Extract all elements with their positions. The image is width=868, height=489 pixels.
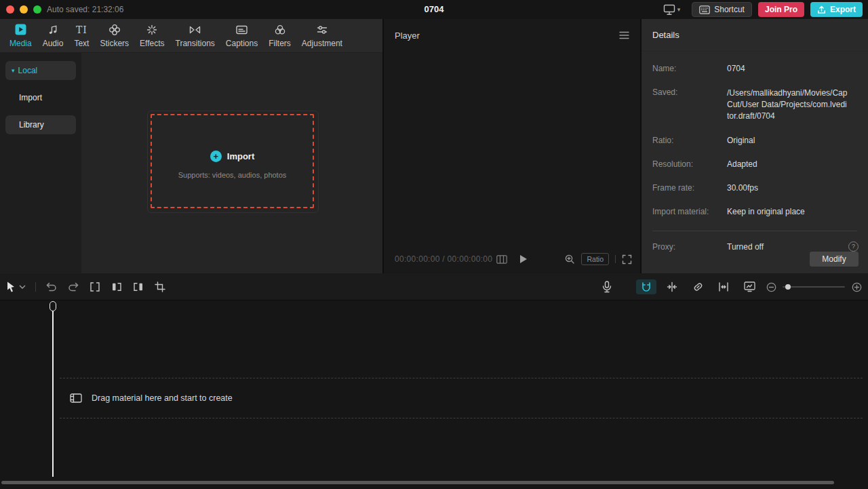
tab-audio-label: Audio — [43, 39, 64, 48]
divider — [35, 282, 36, 292]
slider-knob[interactable] — [785, 284, 791, 290]
delete-right-button[interactable] — [132, 273, 144, 300]
frame-preview-button[interactable] — [496, 255, 507, 264]
export-icon — [817, 5, 826, 14]
display-mode-button[interactable]: ▾ — [663, 4, 681, 16]
tab-captions[interactable]: Captions — [220, 19, 263, 53]
timeline-drop-zone[interactable]: Drag material here and start to create — [60, 378, 863, 418]
tab-media-label: Media — [9, 39, 32, 48]
help-icon[interactable]: ? — [848, 241, 859, 252]
undo-button[interactable] — [45, 273, 58, 300]
preview-axis-button[interactable] — [717, 273, 730, 300]
sidebar-item-library[interactable]: Library — [5, 115, 76, 134]
tab-filters[interactable]: Filters — [263, 19, 296, 53]
tab-adjustment[interactable]: Adjustment — [296, 19, 348, 53]
effects-burst-icon — [146, 24, 158, 36]
tab-audio[interactable]: Audio — [37, 19, 69, 53]
detail-row-ratio: Ratio: Original — [652, 136, 857, 146]
detail-label: Resolution: — [652, 159, 727, 170]
split-button[interactable] — [89, 273, 101, 300]
window-controls — [6, 5, 41, 14]
sidebar-item-import[interactable]: Import — [5, 88, 76, 107]
fullscreen-button[interactable] — [622, 254, 632, 265]
project-title: 0704 — [425, 0, 444, 19]
proxy-value: Turned off — [727, 242, 848, 252]
zoom-out-button[interactable] — [765, 273, 777, 300]
tab-effects-label: Effects — [140, 39, 164, 48]
panel-tabstrip: Media Audio TI Text Stickers — [0, 19, 382, 53]
detail-label: Ratio: — [652, 136, 727, 146]
drag-hint-text: Drag material here and start to create — [92, 393, 233, 403]
link-button[interactable] — [692, 273, 704, 300]
player-title: Player — [395, 31, 420, 41]
crop-button[interactable] — [154, 273, 166, 300]
tab-stickers[interactable]: Stickers — [94, 19, 134, 53]
join-pro-button[interactable]: Join Pro — [758, 2, 804, 17]
media-sidebar: ▾ Local Import Library — [0, 53, 81, 273]
sidebar-library-label: Library — [19, 120, 44, 130]
detail-value: 30.00fps — [727, 183, 857, 193]
display-icon — [663, 4, 675, 16]
tab-text-label: Text — [74, 39, 89, 48]
chevron-down-icon: ▾ — [677, 7, 681, 13]
maximize-window-button[interactable] — [33, 5, 41, 14]
play-button[interactable] — [519, 254, 528, 264]
ratio-button[interactable]: Ratio — [581, 253, 609, 265]
details-title: Details — [642, 19, 868, 52]
delete-left-button[interactable] — [111, 273, 123, 300]
tab-text[interactable]: TI Text — [68, 19, 94, 53]
media-icon — [15, 24, 26, 36]
cursor-icon — [5, 281, 16, 293]
slider-track — [783, 286, 845, 288]
minimize-window-button[interactable] — [20, 5, 28, 14]
detail-row-import-material: Import material: Keep in original place — [652, 207, 857, 217]
preview-zoom-button[interactable] — [564, 254, 575, 265]
chevron-down-icon[interactable] — [19, 285, 26, 289]
tab-effects[interactable]: Effects — [134, 19, 170, 53]
keyboard-icon — [699, 5, 710, 14]
chevron-down-icon: ▾ — [12, 68, 15, 74]
close-window-button[interactable] — [6, 5, 14, 14]
media-clip-icon — [70, 393, 82, 403]
player-menu-button[interactable] — [619, 31, 629, 39]
tab-transitions[interactable]: Transitions — [170, 19, 220, 53]
cover-button[interactable] — [743, 273, 755, 300]
import-dropzone[interactable]: + Import Supports: videos, audios, photo… — [151, 114, 314, 208]
modify-button[interactable]: Modify — [810, 252, 859, 267]
media-content-area: + Import Supports: videos, audios, photo… — [81, 53, 382, 273]
zoom-in-button[interactable] — [850, 273, 863, 300]
export-button[interactable]: Export — [810, 2, 863, 17]
titlebar: Auto saved: 21:32:06 0704 ▾ Shortcut Joi… — [0, 0, 868, 19]
import-subtitle: Supports: videos, audios, photos — [178, 171, 287, 179]
timeline-toolbar — [0, 273, 868, 300]
sidebar-item-local[interactable]: ▾ Local — [5, 61, 76, 80]
select-tool-button[interactable] — [5, 281, 26, 293]
timeline-scrollbar[interactable] — [1, 481, 834, 484]
join-pro-label: Join Pro — [765, 5, 797, 14]
playhead[interactable] — [50, 301, 56, 311]
tab-media[interactable]: Media — [4, 19, 37, 53]
captions-icon — [235, 24, 248, 36]
detail-value: 0704 — [727, 64, 857, 74]
record-voiceover-button[interactable] — [601, 273, 613, 300]
redo-button[interactable] — [67, 273, 79, 300]
timecode: 00:00:00:00 / 00:00:00:00 — [395, 254, 492, 264]
timeline[interactable]: Drag material here and start to create — [0, 300, 868, 489]
sidebar-import-label: Import — [19, 93, 42, 102]
adjustment-sliders-icon — [316, 24, 328, 36]
sidebar-local-label: Local — [18, 66, 38, 75]
timeline-zoom-slider[interactable] — [783, 273, 845, 300]
detail-row-proxy: Proxy: Turned off ? — [652, 241, 859, 252]
details-panel: Details Name: 0704 Saved: /Users/mallika… — [642, 19, 868, 273]
text-icon: TI — [76, 24, 87, 36]
detail-row-resolution: Resolution: Adapted — [652, 159, 857, 170]
detail-label: Name: — [652, 64, 727, 74]
shortcut-button[interactable]: Shortcut — [692, 2, 752, 17]
divider — [615, 255, 616, 263]
playhead-handle[interactable] — [50, 301, 56, 311]
main-track-magnet-button[interactable] — [636, 279, 656, 294]
media-panel: Media Audio TI Text Stickers — [0, 19, 382, 273]
proxy-label: Proxy: — [652, 242, 727, 252]
tab-adjustment-label: Adjustment — [302, 39, 342, 48]
auto-snap-button[interactable] — [666, 273, 678, 300]
